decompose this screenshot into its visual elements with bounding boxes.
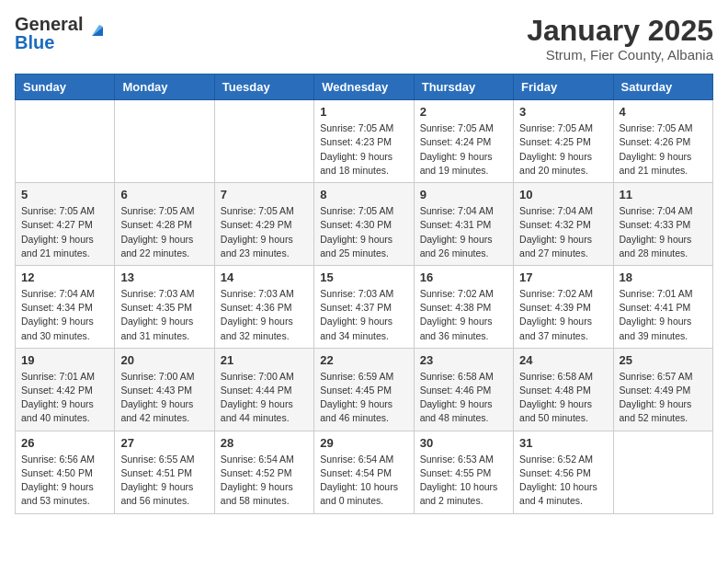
page-header: General Blue January 2025 Strum, Fier Co… [15, 15, 713, 63]
calendar-day-cell: 26Sunrise: 6:56 AM Sunset: 4:50 PM Dayli… [16, 431, 115, 513]
day-info: Sunrise: 7:03 AM Sunset: 4:35 PM Dayligh… [120, 287, 208, 343]
day-number: 26 [21, 436, 108, 450]
calendar-day-cell: 19Sunrise: 7:01 AM Sunset: 4:42 PM Dayli… [16, 348, 115, 431]
day-number: 28 [221, 436, 308, 450]
calendar-day-cell: 12Sunrise: 7:04 AM Sunset: 4:34 PM Dayli… [16, 265, 115, 348]
day-number: 7 [221, 188, 308, 201]
calendar-day-cell: 27Sunrise: 6:55 AM Sunset: 4:51 PM Dayli… [115, 431, 214, 513]
calendar-week-row: 1Sunrise: 7:05 AM Sunset: 4:23 PM Daylig… [16, 100, 713, 183]
day-info: Sunrise: 7:02 AM Sunset: 4:39 PM Dayligh… [519, 287, 607, 343]
day-number: 17 [519, 270, 607, 284]
calendar-day-cell: 18Sunrise: 7:01 AM Sunset: 4:41 PM Dayli… [613, 265, 712, 348]
calendar-day-cell [115, 100, 214, 183]
day-number: 6 [120, 188, 208, 201]
day-info: Sunrise: 7:02 AM Sunset: 4:38 PM Dayligh… [420, 287, 507, 343]
day-info: Sunrise: 6:57 AM Sunset: 4:49 PM Dayligh… [620, 370, 707, 426]
day-info: Sunrise: 7:01 AM Sunset: 4:42 PM Dayligh… [21, 370, 108, 426]
calendar-title: January 2025 [527, 15, 713, 47]
day-info: Sunrise: 7:05 AM Sunset: 4:30 PM Dayligh… [320, 204, 407, 260]
calendar-header-row: SundayMondayTuesdayWednesdayThursdayFrid… [16, 75, 713, 100]
day-number: 5 [21, 188, 108, 201]
day-info: Sunrise: 6:53 AM Sunset: 4:55 PM Dayligh… [420, 453, 507, 509]
day-number: 3 [519, 105, 607, 119]
day-info: Sunrise: 7:03 AM Sunset: 4:36 PM Dayligh… [221, 287, 308, 343]
calendar-day-cell: 1Sunrise: 7:05 AM Sunset: 4:23 PM Daylig… [314, 100, 414, 183]
title-block: January 2025 Strum, Fier County, Albania [527, 15, 713, 63]
day-number: 12 [21, 270, 108, 284]
day-of-week-header: Tuesday [214, 75, 313, 100]
logo-blue-text: Blue [15, 33, 83, 52]
calendar-week-row: 26Sunrise: 6:56 AM Sunset: 4:50 PM Dayli… [16, 431, 713, 513]
calendar-day-cell [214, 100, 313, 183]
day-info: Sunrise: 7:04 AM Sunset: 4:31 PM Dayligh… [420, 204, 507, 260]
day-info: Sunrise: 6:58 AM Sunset: 4:46 PM Dayligh… [420, 370, 507, 426]
day-number: 27 [120, 436, 208, 450]
day-number: 31 [519, 436, 607, 450]
calendar-day-cell: 16Sunrise: 7:02 AM Sunset: 4:38 PM Dayli… [414, 265, 513, 348]
day-of-week-header: Saturday [613, 75, 712, 100]
calendar-day-cell: 9Sunrise: 7:04 AM Sunset: 4:31 PM Daylig… [414, 183, 513, 266]
day-info: Sunrise: 7:01 AM Sunset: 4:41 PM Dayligh… [620, 287, 707, 343]
day-number: 19 [21, 353, 108, 367]
day-number: 9 [420, 188, 507, 201]
calendar-subtitle: Strum, Fier County, Albania [527, 47, 713, 63]
calendar-day-cell: 21Sunrise: 7:00 AM Sunset: 4:44 PM Dayli… [214, 348, 313, 431]
calendar-day-cell: 20Sunrise: 7:00 AM Sunset: 4:43 PM Dayli… [115, 348, 214, 431]
calendar-day-cell: 8Sunrise: 7:05 AM Sunset: 4:30 PM Daylig… [314, 183, 414, 266]
day-number: 23 [420, 353, 507, 367]
day-number: 20 [120, 353, 208, 367]
day-number: 22 [320, 353, 407, 367]
day-of-week-header: Thursday [414, 75, 513, 100]
day-of-week-header: Wednesday [314, 75, 414, 100]
calendar-day-cell: 22Sunrise: 6:59 AM Sunset: 4:45 PM Dayli… [314, 348, 414, 431]
day-info: Sunrise: 7:00 AM Sunset: 4:43 PM Dayligh… [120, 370, 208, 426]
calendar-day-cell: 13Sunrise: 7:03 AM Sunset: 4:35 PM Dayli… [115, 265, 214, 348]
day-info: Sunrise: 6:55 AM Sunset: 4:51 PM Dayligh… [120, 453, 208, 509]
day-info: Sunrise: 7:05 AM Sunset: 4:23 PM Dayligh… [320, 121, 407, 178]
calendar-day-cell: 23Sunrise: 6:58 AM Sunset: 4:46 PM Dayli… [414, 348, 513, 431]
day-of-week-header: Sunday [16, 75, 115, 100]
calendar-day-cell: 10Sunrise: 7:04 AM Sunset: 4:32 PM Dayli… [514, 183, 613, 266]
day-info: Sunrise: 7:05 AM Sunset: 4:24 PM Dayligh… [420, 121, 507, 178]
day-info: Sunrise: 6:56 AM Sunset: 4:50 PM Dayligh… [21, 453, 108, 509]
day-info: Sunrise: 7:04 AM Sunset: 4:32 PM Dayligh… [519, 204, 607, 260]
day-number: 24 [519, 353, 607, 367]
day-number: 10 [519, 188, 607, 201]
logo-icon [86, 19, 107, 40]
calendar-day-cell: 7Sunrise: 7:05 AM Sunset: 4:29 PM Daylig… [214, 183, 313, 266]
calendar-day-cell: 31Sunrise: 6:52 AM Sunset: 4:56 PM Dayli… [514, 431, 613, 513]
calendar-day-cell: 14Sunrise: 7:03 AM Sunset: 4:36 PM Dayli… [214, 265, 313, 348]
day-number: 21 [221, 353, 308, 367]
day-number: 2 [420, 105, 507, 119]
day-info: Sunrise: 7:05 AM Sunset: 4:25 PM Dayligh… [519, 121, 607, 178]
day-info: Sunrise: 6:52 AM Sunset: 4:56 PM Dayligh… [519, 453, 607, 509]
day-of-week-header: Monday [115, 75, 214, 100]
day-number: 25 [620, 353, 707, 367]
day-info: Sunrise: 6:58 AM Sunset: 4:48 PM Dayligh… [519, 370, 607, 426]
day-info: Sunrise: 7:05 AM Sunset: 4:27 PM Dayligh… [21, 204, 108, 260]
day-info: Sunrise: 7:05 AM Sunset: 4:29 PM Dayligh… [221, 204, 308, 260]
day-number: 30 [420, 436, 507, 450]
day-info: Sunrise: 7:00 AM Sunset: 4:44 PM Dayligh… [221, 370, 308, 426]
calendar-day-cell: 5Sunrise: 7:05 AM Sunset: 4:27 PM Daylig… [16, 183, 115, 266]
calendar-day-cell: 25Sunrise: 6:57 AM Sunset: 4:49 PM Dayli… [613, 348, 712, 431]
calendar-week-row: 19Sunrise: 7:01 AM Sunset: 4:42 PM Dayli… [16, 348, 713, 431]
calendar-day-cell: 15Sunrise: 7:03 AM Sunset: 4:37 PM Dayli… [314, 265, 414, 348]
calendar-day-cell [613, 431, 712, 513]
calendar-table: SundayMondayTuesdayWednesdayThursdayFrid… [15, 74, 713, 513]
day-info: Sunrise: 6:59 AM Sunset: 4:45 PM Dayligh… [320, 370, 407, 426]
calendar-day-cell: 30Sunrise: 6:53 AM Sunset: 4:55 PM Dayli… [414, 431, 513, 513]
day-number: 14 [221, 270, 308, 284]
calendar-day-cell: 4Sunrise: 7:05 AM Sunset: 4:26 PM Daylig… [613, 100, 712, 183]
day-number: 8 [320, 188, 407, 201]
day-number: 15 [320, 270, 407, 284]
day-of-week-header: Friday [514, 75, 613, 100]
logo-general-text: General [15, 15, 83, 33]
calendar-day-cell: 6Sunrise: 7:05 AM Sunset: 4:28 PM Daylig… [115, 183, 214, 266]
calendar-day-cell: 17Sunrise: 7:02 AM Sunset: 4:39 PM Dayli… [514, 265, 613, 348]
calendar-day-cell: 28Sunrise: 6:54 AM Sunset: 4:52 PM Dayli… [214, 431, 313, 513]
day-number: 16 [420, 270, 507, 284]
calendar-day-cell: 2Sunrise: 7:05 AM Sunset: 4:24 PM Daylig… [414, 100, 513, 183]
calendar-day-cell: 3Sunrise: 7:05 AM Sunset: 4:25 PM Daylig… [514, 100, 613, 183]
day-info: Sunrise: 7:03 AM Sunset: 4:37 PM Dayligh… [320, 287, 407, 343]
